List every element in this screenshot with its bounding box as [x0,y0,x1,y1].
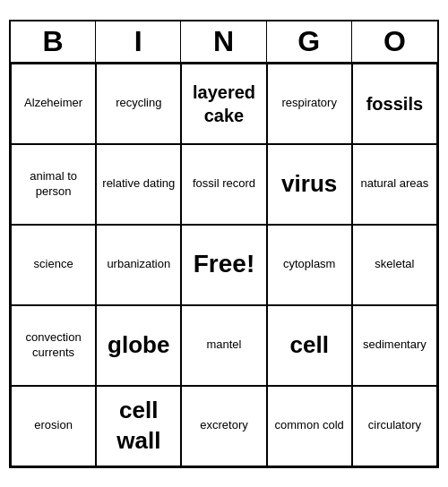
cell-text: respiratory [281,96,336,111]
header-letter: I [96,21,181,62]
bingo-cell: sedimentary [352,305,437,386]
bingo-cell: fossil record [181,144,266,225]
cell-text: cell wall [100,396,177,457]
header-letter: B [11,21,96,62]
bingo-cell: Free! [181,225,266,305]
cell-text: Alzeheimer [24,96,82,111]
bingo-cell: virus [267,144,352,225]
cell-text: animal to person [15,169,91,200]
bingo-cell: mantel [181,305,266,386]
cell-text: virus [281,169,337,200]
bingo-cell: circulatory [352,386,437,466]
bingo-cell: convection currents [11,305,96,386]
bingo-cell: cell [267,305,352,386]
bingo-cell: relative dating [96,144,181,225]
header-letter: O [352,21,437,62]
bingo-cell: fossils [352,64,437,144]
cell-text: skeletal [375,257,414,272]
bingo-cell: animal to person [11,144,96,225]
bingo-cell: urbanization [96,225,181,305]
bingo-cell: cell wall [96,386,181,466]
cell-text: urbanization [107,257,170,272]
bingo-cell: skeletal [352,225,437,305]
bingo-cell: recycling [96,64,181,144]
cell-text: layered cake [185,81,262,127]
bingo-card: BINGO Alzeheimerrecyclinglayered cakeres… [9,20,439,468]
bingo-cell: globe [96,305,181,386]
cell-text: relative dating [102,176,175,192]
cell-text: fossil record [193,176,255,192]
cell-text: convection currents [15,330,91,361]
bingo-grid: Alzeheimerrecyclinglayered cakerespirato… [11,64,437,466]
cell-text: natural areas [360,176,428,192]
cell-text: sedimentary [363,337,426,353]
bingo-cell: cytoplasm [267,225,352,305]
bingo-cell: respiratory [267,64,352,144]
cell-text: mantel [206,337,241,353]
cell-text: excretory [200,418,247,433]
cell-text: circulatory [368,418,421,433]
cell-text: cytoplasm [283,257,336,272]
header-letter: N [181,21,266,62]
bingo-cell: common cold [267,386,352,466]
cell-text: Free! [194,248,254,280]
cell-text: common cold [275,418,344,433]
bingo-cell: Alzeheimer [11,64,96,144]
cell-text: science [34,257,73,272]
cell-text: fossils [366,92,423,115]
cell-text: erosion [34,418,73,433]
bingo-cell: layered cake [181,64,266,144]
bingo-header: BINGO [11,21,437,64]
bingo-cell: erosion [11,386,96,466]
cell-text: recycling [116,96,161,111]
cell-text: cell [290,330,329,361]
bingo-cell: excretory [181,386,266,466]
bingo-cell: science [11,225,96,305]
cell-text: globe [108,330,169,361]
bingo-cell: natural areas [352,144,437,225]
header-letter: G [267,21,352,62]
